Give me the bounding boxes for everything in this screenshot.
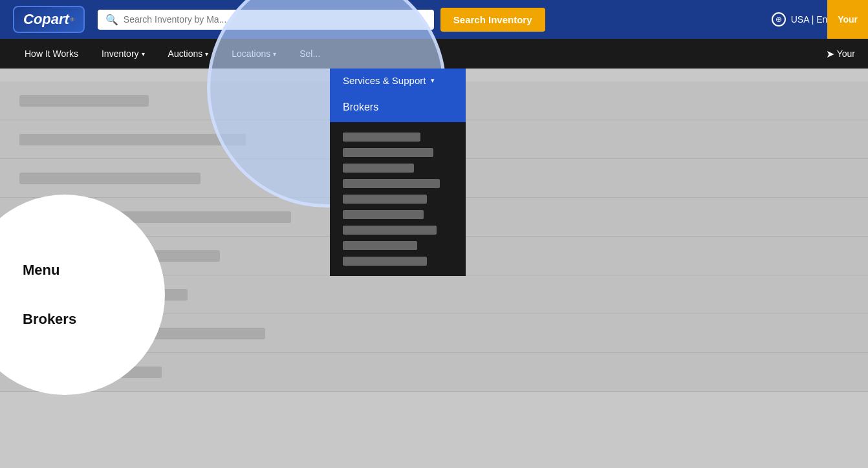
content-bar [19,250,220,262]
content-bar [19,134,246,145]
nav-item-auctions[interactable]: Auctions ▾ [157,39,221,69]
nav-item-sell[interactable]: Sel... [288,39,332,69]
logo[interactable]: Copart ® [13,6,85,33]
locations-caret-icon: ▾ [273,50,276,58]
dropdown-item[interactable] [343,195,427,204]
nav-item-inventory[interactable]: Inventory ▾ [90,39,157,69]
content-bar [19,367,162,378]
dropdown-item[interactable] [343,179,440,188]
dropdown-item[interactable] [343,226,437,235]
content-bar [19,211,291,223]
nav-label-inventory: Inventory [102,48,139,59]
services-support-trigger[interactable]: Services & Support ▾ [330,69,466,92]
your-label: Your [837,48,855,59]
search-bar[interactable]: 🔍 [98,10,434,30]
content-bar [19,328,265,339]
dropdown-item[interactable] [343,133,420,142]
navbar: How It Works Inventory ▾ Auctions ▾ Loca… [0,39,868,69]
nav-item-locations[interactable]: Locations ▾ [220,39,288,69]
services-support-dropdown: Services & Support ▾ Brokers [330,69,466,276]
nav-label-auctions: Auctions [168,48,203,59]
services-support-caret-icon: ▾ [431,76,435,85]
content-row-8 [0,353,868,392]
brokers-menu-item[interactable]: Brokers [330,92,466,122]
dropdown-item[interactable] [343,257,427,266]
content-row-6 [0,275,868,314]
your-button[interactable]: ➤ Your [826,48,855,60]
dropdown-item[interactable] [343,148,433,157]
services-support-label: Services & Support [343,75,426,86]
dropdown-item[interactable] [343,210,424,219]
logo-text: Copart [23,11,69,28]
search-button[interactable]: Search Inventory [440,8,545,32]
brokers-label: Brokers [343,101,378,112]
dropdown-items-list [330,122,466,276]
logo-registered: ® [71,17,74,23]
content-bar [19,289,188,301]
nav-label-locations: Locations [232,48,270,59]
header: Copart ® 🔍 Search Inventory ⊕ USA | Engl… [0,0,868,39]
content-bar [19,173,201,184]
auctions-caret-icon: ▾ [205,50,208,58]
header-right-button[interactable]: Your [827,0,868,39]
main-content: Services & Support ▾ Brokers Services & … [0,69,868,468]
search-icon: 🔍 [105,14,118,26]
dropdown-item[interactable] [343,164,414,173]
location-icon: ➤ [826,48,834,60]
nav-label-how-it-works: How It Works [25,48,78,59]
logo-area: Copart ® [13,6,85,33]
search-input[interactable] [124,14,426,25]
inventory-caret-icon: ▾ [142,50,145,58]
nav-label-sell: Sel... [299,48,320,59]
nav-item-how-it-works[interactable]: How It Works [13,39,90,69]
dropdown-item[interactable] [343,241,417,250]
globe-icon: ⊕ [772,12,786,27]
content-row-7 [0,314,868,353]
nav-right: ➤ Your [826,48,855,60]
content-bar [19,95,149,107]
